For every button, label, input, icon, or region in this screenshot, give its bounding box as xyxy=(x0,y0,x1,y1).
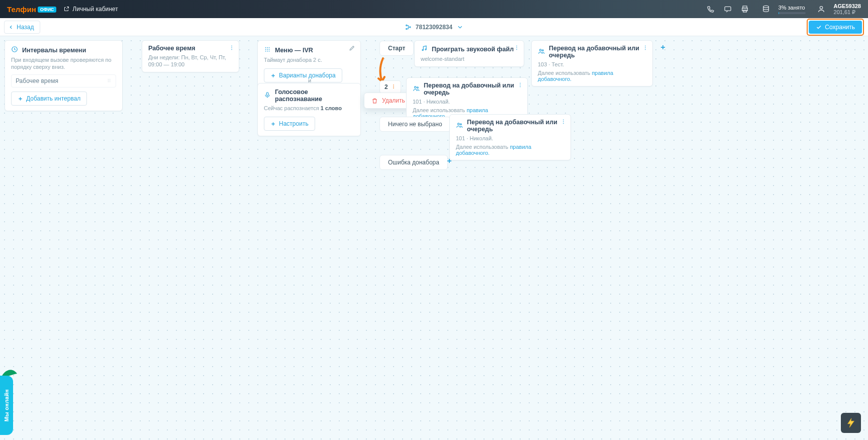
chat-icon[interactable] xyxy=(720,2,735,17)
svg-point-49 xyxy=(563,123,564,124)
svg-rect-28 xyxy=(266,92,268,95)
nothing-pill[interactable]: Ничего не выбрано xyxy=(379,117,451,132)
pencil-icon[interactable] xyxy=(349,45,355,53)
live-chat-tab[interactable]: Мы онлайн xyxy=(0,376,13,435)
intervals-card: Интервалы времени При входящем вызове пр… xyxy=(5,40,123,111)
svg-point-40 xyxy=(393,86,394,87)
digit-2-chip[interactable]: 2 xyxy=(379,80,401,94)
digit-2-label: 2 xyxy=(384,83,388,91)
svg-point-45 xyxy=(415,86,417,88)
flow-canvas[interactable]: Интервалы времени При входящем вызове пр… xyxy=(0,36,868,440)
ivr-variants-button[interactable]: Варианты донабора xyxy=(264,68,342,82)
save-button[interactable]: Сохранить xyxy=(809,21,862,34)
kebab-icon[interactable] xyxy=(642,45,648,52)
transfer1-rule: Далее использовать правила добавочного. xyxy=(538,70,646,82)
people-icon xyxy=(456,122,463,130)
usage-bar xyxy=(779,12,806,14)
svg-point-32 xyxy=(422,49,423,50)
voice-configure-button[interactable]: Настроить xyxy=(264,117,315,131)
svg-point-26 xyxy=(267,51,268,52)
worktime-card[interactable]: Рабочее время Дни недели: Пн, Вт, Ср, Чт… xyxy=(142,40,239,72)
brand-badge: ОФИС xyxy=(38,7,57,13)
account-block[interactable]: AGE59328 201,61 ₽ xyxy=(813,2,861,17)
svg-point-37 xyxy=(540,49,542,51)
svg-point-36 xyxy=(645,49,646,50)
transfer3-title: Перевод на добавочный или очередь xyxy=(467,119,564,133)
clock-icon xyxy=(11,46,18,54)
voice-configure-label: Настроить xyxy=(279,120,309,127)
add-interval-button[interactable]: Добавить интервал xyxy=(11,92,87,106)
svg-point-50 xyxy=(458,123,460,125)
svg-point-47 xyxy=(563,120,564,121)
phone-number: 78123092834 xyxy=(416,24,452,31)
svg-point-42 xyxy=(520,83,521,84)
ivr-sub: Таймаут донабора 2 с. xyxy=(264,56,354,63)
svg-point-48 xyxy=(563,121,564,122)
sound-sub: welcome-standart xyxy=(421,55,518,62)
svg-point-19 xyxy=(265,47,266,48)
svg-point-7 xyxy=(406,28,407,29)
start-pill[interactable]: Старт xyxy=(379,41,414,56)
intervals-title: Интервалы времени xyxy=(22,47,86,54)
svg-point-15 xyxy=(110,81,110,82)
bolt-icon xyxy=(845,417,856,428)
svg-point-33 xyxy=(425,49,426,50)
kebab-icon[interactable] xyxy=(514,45,520,52)
add-step-button[interactable] xyxy=(659,44,666,53)
svg-point-12 xyxy=(108,80,109,80)
back-label: Назад xyxy=(17,24,34,31)
drag-icon xyxy=(107,77,112,84)
svg-point-5 xyxy=(820,7,822,9)
svg-point-38 xyxy=(542,49,544,51)
kebab-icon[interactable] xyxy=(560,119,566,126)
brand-part1: Телфин xyxy=(7,5,36,14)
svg-point-35 xyxy=(645,47,646,48)
interval-row-label: Рабочее время xyxy=(16,77,58,84)
account-id: AGE59328 xyxy=(834,3,861,9)
transfer-card-1[interactable]: Перевод на добавочный или очередь 103 · … xyxy=(531,40,653,86)
mic-icon xyxy=(264,92,271,100)
svg-point-34 xyxy=(645,46,646,47)
svg-point-11 xyxy=(110,79,110,79)
transfer-card-3[interactable]: Перевод на добавочный или очередь 101 · … xyxy=(449,114,571,160)
user-icon xyxy=(814,2,829,17)
sound-card[interactable]: Проиграть звуковой файл welcome-standart xyxy=(414,40,524,67)
delete-popover[interactable]: Удалить xyxy=(364,93,413,109)
svg-point-4 xyxy=(763,6,768,8)
voice-title: Голосовое распознавание xyxy=(275,89,354,103)
svg-point-39 xyxy=(393,84,394,85)
storage-icon xyxy=(758,2,774,17)
svg-point-24 xyxy=(269,49,270,50)
add-error-step-button[interactable] xyxy=(446,157,453,166)
usage-indicator[interactable]: 3% занято xyxy=(757,2,806,17)
svg-point-29 xyxy=(516,46,517,47)
interval-row[interactable]: Рабочее время xyxy=(11,74,116,87)
print-icon[interactable] xyxy=(737,2,752,17)
svg-point-17 xyxy=(231,47,232,48)
help-badge[interactable] xyxy=(841,413,861,433)
route-icon xyxy=(405,24,412,31)
svg-point-21 xyxy=(269,47,270,48)
save-label: Сохранить xyxy=(825,24,855,31)
kebab-icon[interactable] xyxy=(517,82,523,90)
softphone-icon[interactable] xyxy=(703,2,718,17)
voice-card[interactable]: Голосовое распознавание Сейчас распознае… xyxy=(257,83,361,136)
phone-selector[interactable]: 78123092834 xyxy=(405,24,463,31)
svg-point-20 xyxy=(267,47,268,48)
account-link[interactable]: Личный кабинет xyxy=(63,6,118,13)
kebab-icon[interactable] xyxy=(229,45,235,52)
svg-point-43 xyxy=(520,84,521,85)
svg-point-46 xyxy=(417,86,419,88)
error-pill[interactable]: Ошибка донабора xyxy=(379,155,448,170)
kebab-icon[interactable] xyxy=(391,83,396,91)
save-highlight: Сохранить xyxy=(807,19,864,36)
svg-point-44 xyxy=(520,86,521,87)
back-button[interactable]: Назад xyxy=(4,21,40,34)
svg-point-16 xyxy=(231,46,232,47)
ivr-title: Меню — IVR xyxy=(275,47,313,54)
brand-logo: ТелфинОФИС xyxy=(7,5,56,14)
transfer2-title: Перевод на добавочный или очередь xyxy=(424,82,521,96)
topbar: ТелфинОФИС Личный кабинет 3% занято AGE5… xyxy=(0,0,868,18)
account-link-label: Личный кабинет xyxy=(72,6,118,13)
svg-point-14 xyxy=(108,81,109,82)
